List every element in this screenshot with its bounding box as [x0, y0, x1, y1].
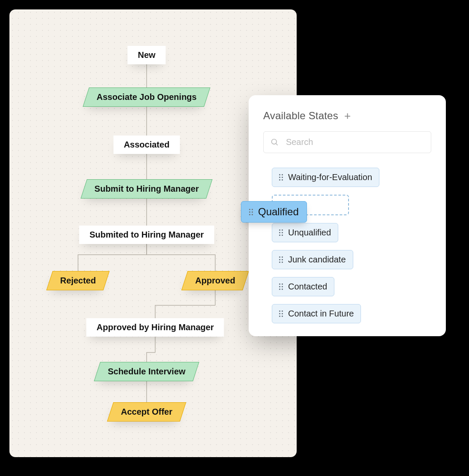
state-approved-by-hiring-manager[interactable]: Approved by Hiring Manager — [86, 318, 224, 337]
drag-grip-icon — [279, 310, 283, 317]
add-state-button[interactable]: + — [344, 110, 351, 121]
state-chip-junk-candidate[interactable]: Junk candidate — [272, 250, 353, 269]
state-submitted-to-hiring-manager[interactable]: Submited to Hiring Manager — [79, 226, 214, 244]
drag-grip-icon — [279, 256, 283, 263]
state-label: Associated — [124, 140, 170, 149]
action-submit-to-hiring-manager[interactable]: Submit to Hiring Manager — [81, 179, 213, 199]
action-label: Schedule Interview — [108, 367, 185, 377]
panel-header: Available States + — [263, 110, 431, 122]
available-states-panel: Available States + Waiting-for-Evaluatio… — [249, 95, 446, 336]
drag-grip-icon — [279, 229, 283, 236]
outcome-label: Approved — [195, 276, 235, 286]
action-associate-job-openings[interactable]: Associate Job Openings — [83, 87, 210, 107]
outcome-approved[interactable]: Approved — [181, 271, 249, 290]
outcome-accept-offer[interactable]: Accept Offer — [107, 402, 186, 422]
state-chip-unqualified[interactable]: Unqualified — [272, 223, 338, 242]
state-chip-label: Contacted — [288, 282, 327, 292]
outcome-rejected[interactable]: Rejected — [46, 271, 110, 290]
state-chip-waiting-for-evaluation[interactable]: Waiting-for-Evaluation — [272, 168, 379, 187]
outcome-label: Accept Offer — [121, 407, 172, 417]
state-chip-label: Unqualified — [288, 228, 331, 238]
drag-grip-icon — [249, 209, 253, 215]
action-label: Submit to Hiring Manager — [94, 184, 198, 194]
state-chip-label: Waiting-for-Evaluation — [288, 172, 372, 182]
state-chip-contact-in-future[interactable]: Contact in Future — [272, 304, 361, 323]
state-new-label: New — [138, 50, 155, 60]
panel-title: Available States — [263, 110, 338, 122]
state-list: Waiting-for-Evaluation Unqualified Junk … — [263, 168, 431, 323]
state-label: Submited to Hiring Manager — [90, 230, 204, 239]
search-input[interactable] — [285, 137, 424, 148]
state-chip-label: Contact in Future — [288, 309, 354, 319]
outcome-label: Rejected — [60, 276, 96, 286]
dragging-state-chip[interactable]: Qualified — [241, 201, 307, 223]
state-new[interactable]: New — [127, 46, 165, 64]
state-associated[interactable]: Associated — [114, 136, 180, 154]
action-label: Associate Job Openings — [96, 92, 196, 102]
svg-point-7 — [271, 139, 277, 144]
state-label: Approved by Hiring Manager — [96, 322, 213, 332]
action-schedule-interview[interactable]: Schedule Interview — [94, 362, 199, 381]
dragging-chip-label: Qualified — [258, 206, 299, 218]
state-chip-contacted[interactable]: Contacted — [272, 277, 334, 296]
search-icon — [271, 138, 279, 147]
drag-grip-icon — [279, 283, 283, 290]
svg-line-8 — [276, 143, 277, 145]
drag-grip-icon — [279, 174, 283, 181]
state-chip-label: Junk candidate — [288, 255, 346, 265]
search-field[interactable] — [263, 131, 431, 153]
